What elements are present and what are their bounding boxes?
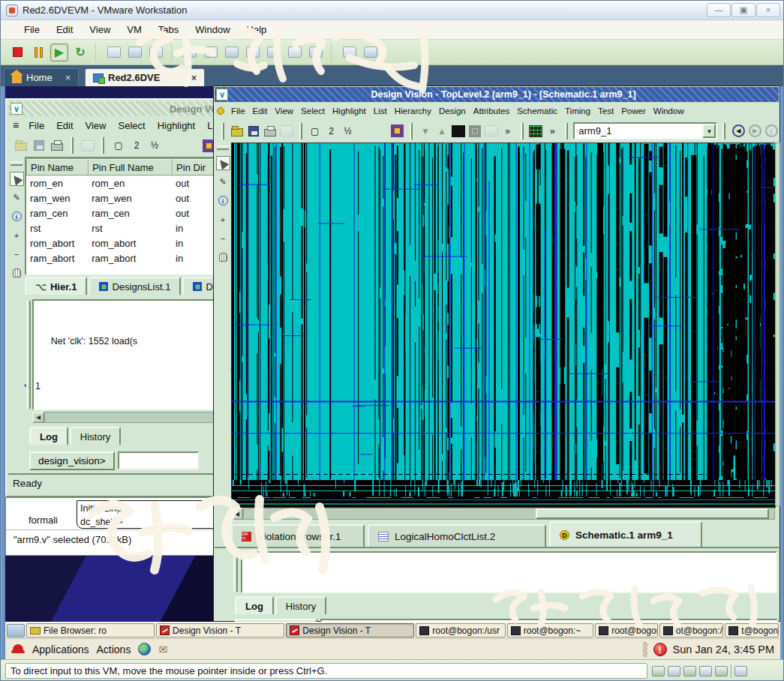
zoom-out-tool[interactable]: − <box>216 231 230 245</box>
capture-movie-button[interactable] <box>362 44 380 62</box>
front-log-area[interactable]: Current design is 'arm9_1'. design_visio… <box>241 551 777 593</box>
tab-violation-browser[interactable]: DRTI ViolationBrowser.1 <box>231 524 365 547</box>
back-menu-select[interactable]: Select <box>113 118 150 133</box>
front-menu-design[interactable]: Design <box>435 105 470 117</box>
front-vscrollbar[interactable] <box>775 142 780 506</box>
print-icon[interactable] <box>49 137 65 154</box>
back-window-menu-button[interactable]: ∨ <box>11 103 23 115</box>
snapshot-take-button[interactable] <box>105 44 123 62</box>
update-alert-icon[interactable]: ! <box>653 643 667 656</box>
back-menu-highlight[interactable]: Highlight <box>152 118 201 133</box>
cdrom-device-icon[interactable] <box>652 666 665 676</box>
tab-logical-homo-clct-list[interactable]: LogicalHomoClctList.2 <box>368 524 546 547</box>
zoom-box-icon[interactable]: ▢ <box>308 123 323 140</box>
zoom-2x-icon[interactable]: 2 <box>324 123 339 140</box>
panel-clock[interactable]: Sun Jan 24, 3:45 PM <box>673 644 774 656</box>
front-menu-select[interactable]: Select <box>297 105 329 117</box>
ascend-icon[interactable]: ▲ <box>434 123 449 140</box>
sound-device-icon[interactable] <box>699 666 712 676</box>
zoom-2x-icon[interactable]: 2 <box>128 137 144 154</box>
menu-vm[interactable]: VM <box>120 22 149 38</box>
tab-designslist[interactable]: ⊞DesignsList.1 <box>89 277 181 295</box>
snapshot-manager-button[interactable] <box>147 44 165 62</box>
console-view-button[interactable] <box>286 44 304 62</box>
settings-button[interactable] <box>265 44 283 62</box>
zoom-out-icon[interactable] <box>183 137 199 154</box>
front-hscrollbar[interactable]: ◀ <box>231 508 775 520</box>
unity-button[interactable] <box>244 44 262 62</box>
zoom-out-icon[interactable] <box>373 123 388 140</box>
design-combobox[interactable]: arm9_1 ▼ <box>573 122 717 140</box>
col-pin-dir[interactable]: Pin Dir <box>173 159 218 176</box>
back-titlebar[interactable]: ∨ Design Vi <box>8 101 217 116</box>
floppy-device-icon[interactable] <box>715 666 728 676</box>
zoom-box-icon[interactable]: ▢ <box>110 137 126 154</box>
front-menu-schematic[interactable]: Schematic <box>513 105 561 117</box>
table-row[interactable]: rom_enrom_enout <box>27 176 218 190</box>
save-icon[interactable] <box>246 123 261 140</box>
front-menu-test[interactable]: Test <box>594 105 617 117</box>
toolbar-handle[interactable] <box>217 146 229 150</box>
tab-home[interactable]: Home × <box>4 68 79 86</box>
zoom-out-tool[interactable]: − <box>10 247 24 261</box>
capture-screen-button[interactable] <box>341 44 359 62</box>
applications-menu[interactable]: Applications <box>32 644 89 656</box>
message-tray-icon[interactable] <box>734 666 747 676</box>
select-tool[interactable] <box>216 156 230 170</box>
tab-de-truncated[interactable]: ⊞De <box>182 277 217 295</box>
symbol-view-icon[interactable] <box>467 123 482 140</box>
taskbar-design-vision-1[interactable]: Design Vision - T <box>156 623 284 638</box>
network-device-icon[interactable] <box>683 666 696 676</box>
front-menu-file[interactable]: File <box>227 105 249 117</box>
zoom-half-icon[interactable]: ½ <box>147 137 163 154</box>
col-pin-name[interactable]: Pin Name <box>27 159 89 176</box>
email-launcher-icon[interactable]: ✉ <box>158 644 167 656</box>
zoom-full-icon[interactable] <box>389 123 404 140</box>
table-row[interactable]: rstrstin <box>27 220 218 236</box>
col-pin-full-name[interactable]: Pin Full Name <box>89 159 173 176</box>
pencil-tool[interactable]: ✎ <box>216 175 230 189</box>
back-log-area[interactable]: Net 'clk': 1552 load(s 1 Current design … <box>32 299 220 410</box>
fullscreen-button[interactable] <box>223 44 241 62</box>
minimize-button[interactable]: — <box>707 3 731 17</box>
quick-switch-button[interactable] <box>202 44 220 62</box>
summary-view-button[interactable] <box>307 44 325 62</box>
tab-vm-close-icon[interactable]: × <box>191 73 197 83</box>
zoom-prev-icon[interactable] <box>356 123 371 140</box>
pan-tool[interactable] <box>216 250 230 264</box>
front-menu-power[interactable]: Power <box>617 105 650 117</box>
link-icon[interactable] <box>484 123 499 140</box>
front-menu-timing[interactable]: Timing <box>561 105 594 117</box>
front-tab-history[interactable]: History <box>275 596 326 614</box>
nav-forward-icon[interactable]: ▶ <box>747 123 762 140</box>
zoom-in-tool[interactable]: + <box>10 228 24 242</box>
combobox-dropdown-icon[interactable]: ▼ <box>702 124 716 138</box>
zoom-prev-icon[interactable] <box>165 137 181 154</box>
scroll-left-arrow[interactable]: ◀ <box>32 412 44 423</box>
table-row[interactable]: rom_abortrom_abortin <box>27 236 218 250</box>
front-menu-highlight[interactable]: Highlight <box>329 105 370 117</box>
print-icon[interactable] <box>263 123 278 140</box>
zoom-half-icon[interactable]: ½ <box>340 123 355 140</box>
front-menu-edit[interactable]: Edit <box>249 105 272 117</box>
tab-home-close-icon[interactable]: × <box>65 73 71 83</box>
back-menu-file[interactable]: File <box>23 118 50 133</box>
workspace-switcher[interactable] <box>7 624 25 638</box>
front-tab-log[interactable]: Log <box>235 596 274 614</box>
properties-icon[interactable] <box>279 123 294 140</box>
front-menu-window[interactable]: Window <box>650 105 688 117</box>
menu-help[interactable]: Help <box>240 22 274 38</box>
actions-menu[interactable]: Actions <box>97 644 131 656</box>
back-menu-edit[interactable]: Edit <box>51 118 78 133</box>
back-menu-view[interactable]: View <box>80 118 112 133</box>
toolbar-handle[interactable] <box>11 161 23 166</box>
back-tab-log[interactable]: Log <box>29 427 68 445</box>
toolbar-overflow-icon[interactable]: » <box>500 123 515 140</box>
browser-launcher-icon[interactable] <box>138 643 151 656</box>
taskbar-file-browser[interactable]: File Browser: ro <box>26 623 155 638</box>
taskbar-terminal-1[interactable]: root@bogon:/usr <box>416 623 505 638</box>
waveform-view-icon[interactable] <box>529 123 544 140</box>
power-off-button[interactable] <box>8 44 26 62</box>
close-button[interactable]: × <box>756 3 780 17</box>
back-tab-history[interactable]: History <box>70 427 121 445</box>
